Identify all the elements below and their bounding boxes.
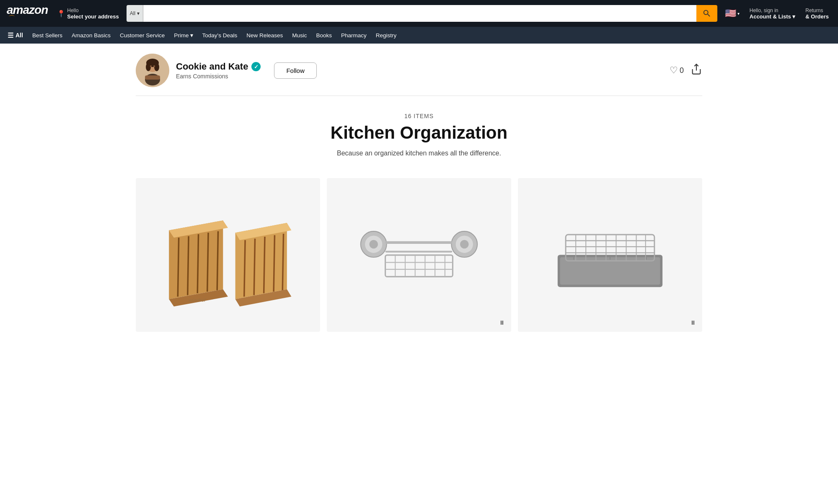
nav-item-music[interactable]: Music <box>288 27 311 44</box>
wire-basket-image <box>350 213 488 297</box>
category-caret-icon: ▾ <box>137 10 140 16</box>
nav-all-menu[interactable]: ☰ All <box>3 27 27 44</box>
search-input[interactable] <box>143 5 696 22</box>
profile-right: ♡ 0 <box>670 63 702 78</box>
pause-button-2[interactable]: ⏸ <box>497 318 507 328</box>
svg-line-17 <box>217 231 218 290</box>
follow-button[interactable]: Follow <box>274 62 316 79</box>
profile-section: Cookie and Kate ✓ Earns Commissions Foll… <box>136 44 702 96</box>
svg-line-25 <box>282 234 283 290</box>
returns-orders[interactable]: Returns & Orders <box>803 6 831 21</box>
dish-rack-image <box>546 205 675 305</box>
pause-icon-2: ⏸ <box>499 319 505 326</box>
svg-point-6 <box>150 65 152 67</box>
svg-line-15 <box>197 234 198 293</box>
items-count: 16 ITEMS <box>136 113 702 119</box>
hamburger-icon: ☰ <box>8 31 13 39</box>
share-icon <box>691 63 702 75</box>
like-number: 0 <box>680 66 684 75</box>
profile-name: Cookie and Kate <box>176 61 248 72</box>
flag-icon: 🇺🇸 <box>725 8 736 19</box>
search-icon <box>702 9 711 18</box>
navbar: ☰ All Best Sellers Amazon Basics Custome… <box>0 27 838 44</box>
nav-item-todaysdeals[interactable]: Today's Deals <box>198 27 242 44</box>
page-description: Because an organized kitchen makes all t… <box>136 150 702 157</box>
pause-button-3[interactable]: ⏸ <box>688 318 698 328</box>
product-card-wire-basket[interactable]: ⏸ <box>327 178 511 332</box>
nav-item-customerservice[interactable]: Customer Service <box>116 27 169 44</box>
nav-item-amazonbasics[interactable]: Amazon Basics <box>67 27 115 44</box>
prime-caret-icon: ▾ <box>190 32 193 39</box>
svg-line-14 <box>188 236 189 295</box>
address-hello: Hello <box>67 8 119 13</box>
product-grid: wüsthof <box>136 170 702 349</box>
nav-item-pharmacy[interactable]: Pharmacy <box>337 27 371 44</box>
verified-badge: ✓ <box>251 62 261 71</box>
search-category-dropdown[interactable]: All ▾ <box>127 5 143 22</box>
account-caret-icon: ▾ <box>792 13 795 20</box>
product-card-dish-rack[interactable]: ⏸ <box>518 178 702 332</box>
search-category-label: All <box>130 10 135 16</box>
location-icon: 📍 <box>57 10 65 18</box>
nav-item-prime[interactable]: Prime ▾ <box>170 27 197 44</box>
nav-all-label: All <box>16 32 23 39</box>
page-title: Kitchen Organization <box>136 123 702 143</box>
main-content: Cookie and Kate ✓ Earns Commissions Foll… <box>126 44 712 349</box>
profile-name-block: Cookie and Kate ✓ Earns Commissions <box>176 61 261 80</box>
wire-basket-svg <box>350 213 488 297</box>
account-lists: Account & Lists ▾ <box>750 13 796 20</box>
heart-icon: ♡ <box>670 65 678 76</box>
account-menu[interactable]: Hello, sign in Account & Lists ▾ <box>747 6 798 21</box>
svg-line-23 <box>264 237 265 293</box>
profile-left: Cookie and Kate ✓ Earns Commissions Foll… <box>136 54 317 87</box>
header: amazon ⌒ 📍 Hello Select your address All… <box>0 0 838 27</box>
share-button[interactable] <box>691 63 702 78</box>
list-info: 16 ITEMS Kitchen Organization Because an… <box>136 96 702 170</box>
search-bar: All ▾ <box>127 5 717 22</box>
avatar-image <box>136 54 169 87</box>
avatar-svg <box>136 54 169 87</box>
like-count: ♡ 0 <box>670 65 684 76</box>
product-card-knife-block[interactable]: wüsthof <box>136 178 320 332</box>
logo-smile: ⌒ <box>8 14 15 23</box>
nav-item-newreleases[interactable]: New Releases <box>242 27 287 44</box>
earns-commissions-label: Earns Commissions <box>176 73 261 80</box>
svg-rect-34 <box>385 251 453 252</box>
svg-text:wüsthof: wüsthof <box>189 297 206 302</box>
svg-line-22 <box>254 239 255 295</box>
svg-point-7 <box>153 65 155 67</box>
svg-point-4 <box>146 63 151 71</box>
knife-block-svg: wüsthof <box>154 201 302 309</box>
avatar <box>136 54 169 87</box>
svg-line-16 <box>207 233 208 292</box>
account-hello: Hello, sign in <box>750 8 796 13</box>
svg-point-5 <box>154 63 159 71</box>
nav-item-registry[interactable]: Registry <box>372 27 401 44</box>
nav-item-books[interactable]: Books <box>312 27 336 44</box>
dish-rack-svg <box>546 205 675 305</box>
search-button[interactable] <box>696 5 717 22</box>
svg-line-24 <box>274 235 274 292</box>
svg-point-29 <box>369 240 378 248</box>
svg-rect-33 <box>385 241 453 243</box>
address-selector[interactable]: 📍 Hello Select your address <box>54 6 122 21</box>
knife-block-image: wüsthof <box>154 201 302 309</box>
address-select: Select your address <box>67 13 119 20</box>
svg-rect-8 <box>145 75 160 80</box>
svg-point-32 <box>460 240 469 248</box>
nav-item-bestsellers[interactable]: Best Sellers <box>28 27 67 44</box>
flag-caret-icon: ▾ <box>737 11 740 16</box>
svg-line-13 <box>178 238 178 297</box>
orders-label: & Orders <box>805 13 829 20</box>
language-selector[interactable]: 🇺🇸 ▾ <box>722 6 742 21</box>
returns-label: Returns <box>805 8 829 13</box>
profile-name-row: Cookie and Kate ✓ <box>176 61 261 72</box>
pause-icon-3: ⏸ <box>690 319 696 326</box>
amazon-logo[interactable]: amazon ⌒ <box>7 4 48 23</box>
svg-line-21 <box>244 240 245 297</box>
